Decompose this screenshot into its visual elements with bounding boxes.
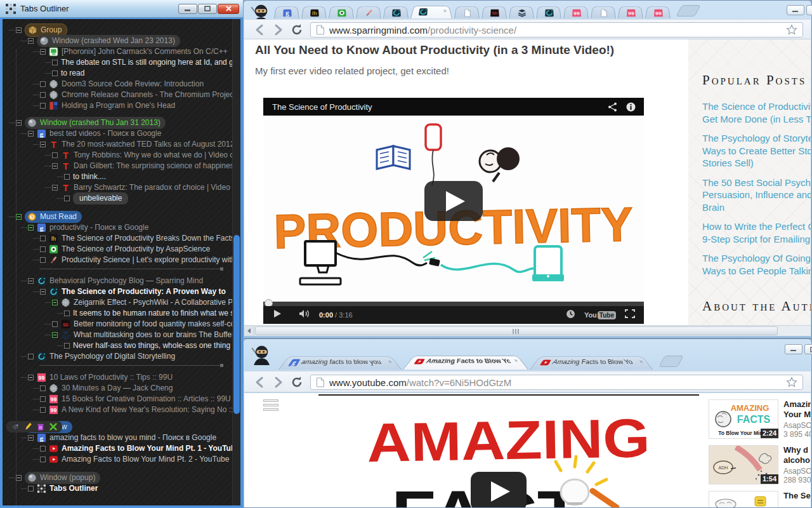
outliner-row[interactable]: The Science of Productivity: A Proven Wa… — [33, 286, 226, 297]
collapse-toggle-icon[interactable] — [52, 332, 58, 338]
suggested-video-item[interactable]: ADH1:54Why dalcohoAsapSCI288 930 — [709, 445, 811, 491]
browser-tab[interactable]: 99 — [645, 6, 671, 18]
checkbox-icon[interactable] — [40, 385, 46, 391]
checkbox-icon[interactable] — [64, 343, 70, 349]
info-icon[interactable] — [625, 102, 636, 112]
browser-tab[interactable]: SD — [481, 6, 507, 18]
outliner-row[interactable]: Amazing Facts to Blow Your Mind Pt. 2 - … — [33, 453, 229, 465]
new-tab-button[interactable] — [658, 356, 684, 367]
popular-post-link[interactable]: The Psychology Of Going VWays to Get Peo… — [702, 252, 811, 277]
outliner-row[interactable]: lhThe Science of Productivity Breaks Dow… — [33, 232, 232, 244]
scrollbar-thumb[interactable] — [233, 235, 240, 414]
video-title[interactable]: The Se — [783, 491, 811, 501]
outliner-row[interactable]: TDan Gilbert: The surprising science of … — [45, 160, 232, 171]
outliner-row[interactable]: Window (crashed Thu Jan 31 2013) — [9, 117, 166, 128]
checkbox-icon[interactable] — [52, 321, 58, 327]
checkbox-icon[interactable] — [40, 396, 46, 402]
video-thumbnail[interactable] — [709, 491, 778, 507]
fullscreen-icon[interactable] — [625, 309, 635, 321]
outliner-row[interactable]: Window (crashed Wed Jan 23 2013) — [21, 35, 180, 46]
outliner-row[interactable]: Window — [9, 421, 72, 432]
collapse-toggle-icon[interactable] — [16, 475, 22, 481]
outliner-scrollbar[interactable] — [232, 19, 240, 505]
outliner-row[interactable]: TThe 20 most-watched TED Talks as of Aug… — [33, 138, 232, 150]
minimize-button[interactable] — [785, 344, 802, 354]
volume-icon[interactable] — [299, 309, 310, 321]
collapse-toggle-icon[interactable] — [52, 300, 58, 305]
browser-tab[interactable] — [383, 6, 409, 18]
checkbox-icon[interactable] — [52, 70, 58, 76]
tag-icon[interactable] — [11, 422, 20, 431]
outliner-row[interactable]: What multitasking does to our brains The… — [45, 329, 232, 340]
outliner-row[interactable]: gproductivity - Поиск в Google — [21, 222, 148, 233]
outliner-row[interactable]: SDBetter monitoring of food quantity mak… — [45, 318, 232, 330]
browser-tab[interactable]: Amazing Facts to Blow Yo× — [530, 356, 653, 370]
browser-tab[interactable]: g — [274, 6, 299, 18]
address-bar[interactable]: www.youtube.com/watch?v=6Ni5HOdGtzM — [310, 375, 803, 390]
outliner-row[interactable]: Holding a Program in One's Head — [33, 100, 175, 111]
forward-button[interactable] — [271, 23, 285, 37]
collapse-toggle-icon[interactable] — [52, 185, 58, 190]
outliner-row[interactable]: Group — [9, 24, 67, 36]
browser-tab[interactable]: lh — [301, 6, 327, 18]
outliner-row[interactable]: TBarry Schwartz: The paradox of choice |… — [45, 182, 232, 193]
address-bar[interactable]: www.sparringmind.com/productivity-scienc… — [310, 22, 803, 37]
browser-tab[interactable] — [536, 6, 561, 18]
collapse-toggle-icon[interactable] — [40, 142, 46, 147]
popular-post-link[interactable]: The Science of ProductivityGet More Done… — [702, 100, 811, 125]
outliner-row[interactable]: [Phoronix] John Carmack's Comments On C/… — [33, 46, 228, 57]
collapse-toggle-icon[interactable] — [28, 131, 34, 137]
video-title[interactable]: Why d — [783, 445, 811, 455]
menu-hamburger-icon[interactable] — [263, 399, 278, 413]
channel-name[interactable]: AsapSCI — [783, 421, 811, 430]
popular-post-link[interactable]: How to Write the Perfect O9-Step Script … — [702, 220, 811, 245]
checkbox-icon[interactable] — [40, 236, 46, 241]
browser-tab[interactable] — [356, 6, 381, 18]
tab-close-icon[interactable]: × — [443, 8, 447, 14]
outliner-row[interactable]: Window (popup) — [9, 472, 100, 483]
youtube-video-player[interactable]: AMAZING FACT — [318, 394, 699, 507]
outliner-row[interactable]: gbest ted videos - Поиск в Google — [21, 128, 161, 139]
browser-tab[interactable]: × — [410, 6, 452, 18]
maximize-button[interactable] — [198, 4, 217, 14]
outliner-row[interactable]: Never half-ass two things, whole-ass one… — [57, 340, 230, 351]
outliner-row[interactable]: Must Read — [9, 211, 82, 222]
collapse-toggle-icon[interactable] — [40, 289, 46, 295]
horizontal-scrollbar[interactable] — [244, 325, 811, 336]
outliner-row[interactable]: gamazing facts to blow you mind - Поиск … — [21, 432, 216, 443]
checkbox-icon[interactable] — [40, 92, 46, 98]
checkbox-icon[interactable] — [64, 311, 70, 316]
player-progress-bar[interactable] — [263, 302, 644, 306]
checkbox-icon[interactable] — [52, 60, 58, 65]
outliner-row[interactable]: Tabs Outliner — [21, 483, 98, 494]
video-title[interactable]: Amazin — [783, 399, 811, 410]
reload-button[interactable] — [290, 375, 304, 389]
outliner-row[interactable]: unbelievable — [57, 192, 128, 204]
watch-later-clock-icon[interactable] — [566, 309, 575, 321]
collapse-toggle-icon[interactable] — [52, 163, 58, 169]
browser-tab[interactable]: gamazing facts to blow you× — [278, 356, 402, 370]
checkbox-icon[interactable] — [40, 246, 46, 252]
outliner-row[interactable]: Amazing Facts to Blow Your Mind Pt. 1 - … — [33, 443, 232, 454]
bookmark-star-icon[interactable] — [786, 24, 797, 36]
collapse-toggle-icon[interactable] — [28, 435, 34, 441]
outliner-row[interactable]: 99A New Kind of New Year's Resolution: S… — [33, 404, 232, 415]
checkbox-icon[interactable] — [40, 407, 46, 413]
outliner-row[interactable]: 9915 Books for Creative Domination :: Ar… — [33, 393, 231, 404]
outliner-titlebar[interactable]: Tabs Outliner — [0, 0, 243, 18]
channel-name[interactable]: AsapSCI — [783, 467, 811, 476]
forward-button[interactable] — [271, 375, 285, 389]
suggested-video-item[interactable]: AMAZINGFACTSTo Blow Your Mind2:24AmazinY… — [709, 399, 811, 445]
share-icon[interactable] — [607, 102, 618, 112]
outliner-row[interactable]: The Science of Productivity by AsapScien… — [33, 243, 210, 255]
browser-tab[interactable] — [509, 6, 534, 18]
tab-close-icon[interactable]: × — [638, 359, 645, 364]
close-icon[interactable] — [218, 4, 239, 14]
browser-tab[interactable] — [454, 6, 480, 18]
checkbox-icon[interactable] — [40, 257, 46, 263]
play-icon[interactable] — [273, 309, 282, 321]
outliner-row[interactable]: Behavioral Psychology Blog — Sparring Mi… — [21, 275, 203, 286]
popular-post-link[interactable]: The Psychology of StorytellWays to Creat… — [702, 132, 811, 170]
new-tab-button[interactable] — [676, 5, 701, 17]
tab-close-icon[interactable]: × — [386, 359, 394, 364]
